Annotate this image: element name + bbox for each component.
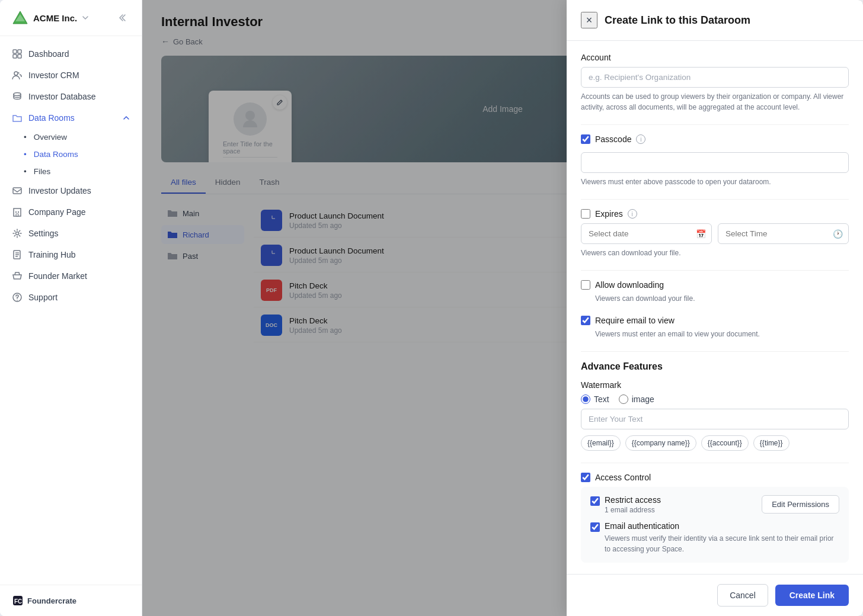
sidebar-item-training[interactable]: Training Hub bbox=[0, 244, 142, 265]
require-email-checkbox[interactable] bbox=[581, 316, 590, 325]
svg-rect-4 bbox=[13, 54, 17, 58]
restrict-access-subtitle: 1 email address bbox=[605, 506, 757, 514]
require-email-label[interactable]: Require email to view bbox=[595, 316, 675, 325]
require-email-row: Require email to view bbox=[581, 316, 849, 325]
date-time-row: 📅 🕐 bbox=[581, 223, 849, 244]
sidebar: ACME Inc. Dashboard Investor CRM Investo… bbox=[0, 0, 142, 616]
svg-rect-9 bbox=[14, 208, 21, 216]
date-picker-wrap: 📅 bbox=[581, 223, 712, 244]
edit-permissions-button[interactable]: Edit Permissions bbox=[762, 495, 839, 514]
footer-brand: FC Foundercrate bbox=[12, 595, 76, 607]
account-input[interactable] bbox=[581, 67, 849, 88]
chevron-up-icon bbox=[123, 114, 130, 121]
tag-time[interactable]: {{time}} bbox=[753, 435, 790, 451]
expires-section: Expires i 📅 🕐 Viewers can download your … bbox=[581, 209, 849, 258]
modal-panel: × Create Link to this Dataroom Account A… bbox=[567, 0, 863, 616]
passcode-row: Passcode i bbox=[581, 134, 849, 144]
allow-downloading-label[interactable]: Allow downloading bbox=[595, 280, 664, 290]
sidebar-item-settings[interactable]: Settings bbox=[0, 223, 142, 244]
svg-rect-3 bbox=[18, 50, 21, 53]
sidebar-item-support[interactable]: Support bbox=[0, 287, 142, 308]
watermark-tags: {{email}} {{company name}} {{account}} {… bbox=[581, 435, 849, 451]
sidebar-item-updates-label: Investor Updates bbox=[28, 186, 91, 195]
create-link-button[interactable]: Create Link bbox=[775, 585, 849, 606]
passcode-hint: Viewers must enter above passcode to ope… bbox=[581, 177, 849, 187]
svg-rect-2 bbox=[13, 50, 17, 53]
modal-title: Create Link to this Dataroom bbox=[605, 14, 750, 27]
sidebar-item-company-page[interactable]: Company Page bbox=[0, 201, 142, 223]
sidebar-item-investor-database[interactable]: Investor Database bbox=[0, 86, 142, 107]
access-control-checkbox[interactable] bbox=[581, 473, 590, 482]
sidebar-collapse-button[interactable] bbox=[113, 9, 130, 26]
cancel-button[interactable]: Cancel bbox=[717, 584, 768, 607]
passcode-input[interactable] bbox=[581, 152, 849, 173]
restrict-access-row: Restrict access 1 email address Edit Per… bbox=[590, 495, 839, 514]
expires-hint: Viewers can download your file. bbox=[581, 248, 849, 258]
sidebar-header: ACME Inc. bbox=[0, 0, 142, 36]
tag-company-name[interactable]: {{company name}} bbox=[625, 435, 696, 451]
restrict-access-content: Restrict access 1 email address bbox=[605, 495, 757, 514]
sidebar-item-founder-market[interactable]: Founder Market bbox=[0, 265, 142, 287]
sidebar-item-investor-crm[interactable]: Investor CRM bbox=[0, 65, 142, 86]
watermark-text-input[interactable] bbox=[581, 409, 849, 429]
users-icon bbox=[12, 70, 23, 81]
store-icon bbox=[12, 271, 23, 281]
sidebar-sub-files[interactable]: Files bbox=[24, 163, 142, 180]
tag-email[interactable]: {{email}} bbox=[581, 435, 621, 451]
expires-info-icon[interactable]: i bbox=[628, 209, 637, 219]
clock-icon: 🕐 bbox=[833, 229, 843, 239]
sidebar-item-database-label: Investor Database bbox=[28, 92, 96, 101]
access-control-label[interactable]: Access Control bbox=[595, 473, 651, 482]
app-logo[interactable]: ACME Inc. bbox=[12, 9, 89, 26]
modal-close-button[interactable]: × bbox=[581, 12, 597, 28]
passcode-checkbox[interactable] bbox=[581, 134, 590, 144]
email-auth-content: Email authentication Viewers must verify… bbox=[605, 521, 839, 554]
time-picker-input[interactable] bbox=[718, 223, 849, 244]
data-rooms-submenu: Overview Data Rooms Files bbox=[0, 129, 142, 180]
watermark-text-label: Text bbox=[594, 394, 609, 404]
watermark-image-option[interactable]: image bbox=[619, 394, 654, 404]
divider2 bbox=[581, 199, 849, 200]
book-icon bbox=[12, 249, 23, 260]
svg-rect-10 bbox=[15, 211, 17, 213]
allow-downloading-checkbox[interactable] bbox=[581, 280, 590, 290]
sidebar-item-investor-updates[interactable]: Investor Updates bbox=[0, 180, 142, 201]
svg-point-7 bbox=[14, 93, 21, 96]
sidebar-item-market-label: Founder Market bbox=[28, 271, 87, 281]
watermark-text-radio[interactable] bbox=[581, 394, 590, 404]
company-name: ACME Inc. bbox=[33, 13, 77, 23]
grid-icon bbox=[12, 49, 23, 59]
passcode-label[interactable]: Passcode bbox=[595, 134, 631, 144]
email-auth-checkbox[interactable] bbox=[590, 522, 600, 532]
date-picker-input[interactable] bbox=[581, 223, 712, 244]
sidebar-item-dashboard[interactable]: Dashboard bbox=[0, 43, 142, 65]
database-icon bbox=[12, 91, 23, 102]
svg-text:FC: FC bbox=[14, 598, 22, 605]
require-email-hint: Viewers must enter an email to view your… bbox=[595, 329, 849, 339]
advance-features-section: Advance Features Watermark Text image bbox=[581, 361, 849, 563]
passcode-info-icon[interactable]: i bbox=[636, 134, 645, 144]
calendar-icon: 📅 bbox=[696, 229, 706, 239]
access-control-box: Restrict access 1 email address Edit Per… bbox=[581, 487, 849, 563]
restrict-access-title: Restrict access bbox=[605, 495, 757, 505]
modal-body: Account Accounts can be used to group vi… bbox=[567, 41, 863, 574]
tag-account[interactable]: {{account}} bbox=[701, 435, 749, 451]
account-hint: Accounts can be used to group viewers by… bbox=[581, 91, 849, 113]
sidebar-item-crm-label: Investor CRM bbox=[28, 70, 79, 80]
sidebar-item-data-rooms[interactable]: Data Rooms bbox=[0, 107, 142, 129]
restrict-access-checkbox[interactable] bbox=[590, 496, 600, 506]
expires-label[interactable]: Expires bbox=[595, 209, 623, 219]
expires-checkbox[interactable] bbox=[581, 209, 590, 219]
sidebar-item-training-label: Training Hub bbox=[28, 250, 76, 259]
watermark-image-radio[interactable] bbox=[619, 394, 628, 404]
time-picker-wrap: 🕐 bbox=[718, 223, 849, 244]
sidebar-nav: Dashboard Investor CRM Investor Database… bbox=[0, 36, 142, 585]
watermark-text-option[interactable]: Text bbox=[581, 394, 609, 404]
help-icon bbox=[12, 292, 23, 303]
sidebar-sub-overview[interactable]: Overview bbox=[24, 129, 142, 146]
watermark-type-row: Text image bbox=[581, 394, 849, 404]
sidebar-sub-data-rooms[interactable]: Data Rooms bbox=[24, 146, 142, 163]
watermark-section: Watermark Text image {{email}} bbox=[581, 380, 849, 451]
svg-rect-5 bbox=[18, 54, 21, 58]
modal-header: × Create Link to this Dataroom bbox=[567, 0, 863, 41]
